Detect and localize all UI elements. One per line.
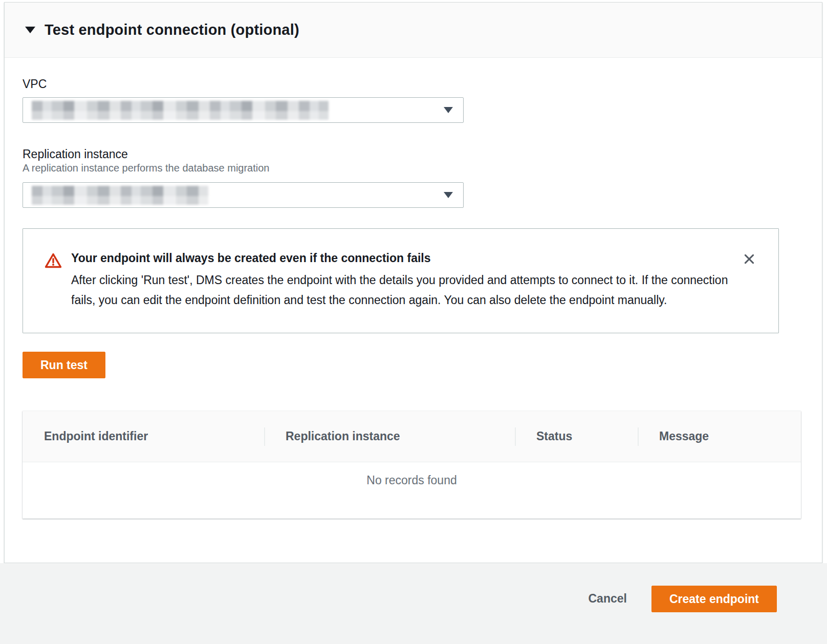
caret-down-icon [25,27,35,33]
column-header-endpoint-identifier: Endpoint identifier [23,411,264,462]
column-header-message: Message [638,411,801,462]
column-header-replication-instance: Replication instance [264,411,515,462]
replication-instance-selected-value-redacted [32,186,208,205]
form-action-footer: Cancel Create endpoint [0,563,827,644]
cancel-button[interactable]: Cancel [578,586,637,612]
table-empty-state: No records found [23,462,801,519]
warning-alert: Your endpoint will always be created eve… [23,228,779,333]
vpc-selected-value-redacted [32,101,329,120]
caret-down-icon [444,192,453,198]
warning-alert-body: After clicking 'Run test', DMS creates t… [71,270,736,310]
section-header-toggle[interactable]: Test endpoint connection (optional) [5,3,822,58]
warning-alert-content: Your endpoint will always be created eve… [71,251,736,310]
warning-triangle-icon [45,252,62,271]
replication-instance-select[interactable] [23,182,464,208]
replication-instance-description: A replication instance performs the data… [23,162,800,174]
run-test-button[interactable]: Run test [23,352,105,378]
column-header-status: Status [515,411,638,462]
warning-alert-title: Your endpoint will always be created eve… [71,251,736,265]
vpc-select[interactable] [23,97,464,123]
create-endpoint-button[interactable]: Create endpoint [651,586,777,612]
replication-instance-label: Replication instance [23,147,800,161]
section-body: VPC Replication instance A replication i… [5,58,822,539]
close-icon[interactable] [742,251,757,267]
section-title: Test endpoint connection (optional) [45,22,299,38]
vpc-label: VPC [23,77,800,91]
caret-down-icon [444,107,453,113]
test-endpoint-connection-section: Test endpoint connection (optional) VPC … [4,2,822,563]
table-header-row: Endpoint identifier Replication instance… [23,411,801,462]
test-results-table: Endpoint identifier Replication instance… [23,411,801,519]
